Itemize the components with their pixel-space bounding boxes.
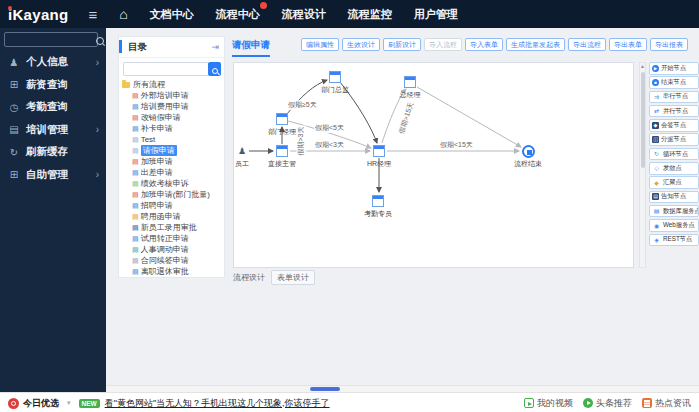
tree-item-加班申请[interactable]: ▤加班申请 <box>119 156 226 167</box>
palette-item-REST节点[interactable]: ◈REST节点 <box>649 234 699 247</box>
flow-node-dept-mgr[interactable] <box>276 113 288 125</box>
nav-item-用户管理[interactable]: 用户管理 <box>414 7 458 22</box>
document-icon: ▤ <box>132 103 139 111</box>
toolbar-button-导出报表[interactable]: 导出报表 <box>650 38 688 51</box>
palette-item-label: 分派节点 <box>661 135 686 144</box>
horizontal-scrollbar[interactable] <box>106 385 699 392</box>
home-icon[interactable]: ⌂ <box>119 6 127 22</box>
flow-node-dept-director[interactable] <box>329 71 341 83</box>
toolbar-button-刷新设计[interactable]: 刷新设计 <box>383 38 421 51</box>
tree-item-加班申请(部门批量)[interactable]: ▤加班申请(部门批量) <box>119 189 226 200</box>
countersign-node-icon: ◆ <box>652 122 659 129</box>
nav-item-流程中心[interactable]: 流程中心 <box>216 7 260 22</box>
palette-item-label: 告知节点 <box>661 192 686 201</box>
palette-item-告知节点[interactable]: ▤告知节点 <box>649 191 699 204</box>
document-icon: ▤ <box>132 92 139 100</box>
tree-item-人事调动申请[interactable]: ▤人事调动申请 <box>119 244 226 255</box>
flow-node-end[interactable] <box>522 145 535 158</box>
tree-search-input[interactable] <box>123 62 209 76</box>
tree-item-出差申请[interactable]: ▤出差申请 <box>119 167 226 178</box>
toolbar-button-导出表单[interactable]: 导出表单 <box>609 38 647 51</box>
toolbar-button-生效设计[interactable]: 生效设计 <box>342 38 380 51</box>
palette-item-串行节点[interactable]: ⇉串行节点 <box>649 91 699 104</box>
tree-item-聘用函申请[interactable]: ▤聘用函申请 <box>119 211 226 222</box>
document-icon: ▤ <box>132 158 139 166</box>
palette-item-并行节点[interactable]: ⇄并行节点 <box>649 105 699 118</box>
flow-canvas[interactable]: 假期>3天假期≥5天假期<5天假期<3天假期>15天假期<15天♟员工直接主管部… <box>233 62 634 268</box>
sidebar-item-个人信息[interactable]: ♟个人信息› <box>0 52 106 72</box>
toolbar-button-导入流程: 导入流程 <box>424 38 462 51</box>
hamburger-menu-icon[interactable]: ≡ <box>88 6 97 23</box>
palette-item-label: Web服务点 <box>663 221 695 230</box>
tree-item-外部培训申请[interactable]: ▤外部培训申请 <box>119 90 226 101</box>
tree-item-合同续签申请[interactable]: ▤合同续签申请 <box>119 255 226 266</box>
flow-node-direct-mgr[interactable] <box>276 145 288 157</box>
palette-item-label: 数据库服务点 <box>663 207 699 216</box>
palette-item-会签节点[interactable]: ◆会签节点 <box>649 119 699 132</box>
palette-item-汇聚点[interactable]: ◆汇聚点 <box>649 176 699 189</box>
tree-item-招聘申请[interactable]: ▤招聘申请 <box>119 200 226 211</box>
tree-item-离职退休审批[interactable]: ▤离职退休审批 <box>119 266 226 277</box>
ticker-collapse-icon[interactable]: ▾ <box>67 399 71 407</box>
toolbar-button-生成批量发起表[interactable]: 生成批量发起表 <box>506 38 565 51</box>
tree-item-培训费用申请[interactable]: ▤培训费用申请 <box>119 101 226 112</box>
hscrollbar-thumb[interactable] <box>310 387 340 391</box>
tree-root-node[interactable]: 所有流程 <box>119 79 226 90</box>
logo: iKayang <box>8 6 68 23</box>
scrollbar-thumb[interactable] <box>641 72 645 168</box>
palette-item-数据库服务点[interactable]: ▤数据库服务点 <box>649 205 699 218</box>
tree-item-补卡申请[interactable]: ▤补卡申请 <box>119 123 226 134</box>
nav-item-流程设计[interactable]: 流程设计 <box>282 7 326 22</box>
palette-item-开始节点[interactable]: ▶开始节点 <box>649 62 699 75</box>
news-headline-link[interactable]: 看"黄色网站"当无人知？手机出现这几个现象,你该停手了 <box>105 397 330 410</box>
document-icon: ▤ <box>132 202 139 210</box>
canvas-vertical-scrollbar[interactable]: ▲ <box>639 62 646 268</box>
nav-item-文档中心[interactable]: 文档中心 <box>150 7 194 22</box>
sidebar-item-刷新缓存[interactable]: ↻刷新缓存 <box>0 142 106 162</box>
chevron-right-icon: › <box>96 124 99 135</box>
ticker-link-热点资讯[interactable]: 热点资讯 <box>642 397 691 410</box>
toutiao-play-icon <box>583 398 593 408</box>
flow-node-employee[interactable]: ♟ <box>236 145 248 157</box>
bottom-tab-表单设计[interactable]: 表单设计 <box>271 270 315 285</box>
nav-item-流程监控[interactable]: 流程监控 <box>348 7 392 22</box>
document-icon: ▤ <box>132 257 139 265</box>
flow-node-label: 部门总监 <box>305 85 365 95</box>
collapse-panel-icon[interactable]: ⇥ <box>211 42 219 52</box>
scroll-up-icon[interactable]: ▲ <box>640 63 645 70</box>
tree-item-新员工录用审批[interactable]: ▤新员工录用审批 <box>119 222 226 233</box>
tree-item-绩效考核申诉[interactable]: ▤绩效考核申诉 <box>119 178 226 189</box>
sidebar-item-考勤查询[interactable]: ◷考勤查询 <box>0 97 106 117</box>
tree-item-试用转正申请[interactable]: ▤试用转正申请 <box>119 233 226 244</box>
sidebar-search-icon[interactable] <box>96 35 104 47</box>
ticker-link-头条推荐[interactable]: 头条推荐 <box>583 397 632 410</box>
tree-item-Test[interactable]: ▤Test <box>119 134 226 145</box>
tab-current-process[interactable]: 请假申请 <box>232 39 270 57</box>
tree-search-button[interactable] <box>208 62 221 76</box>
palette-item-循环节点[interactable]: ↻循环节点 <box>649 148 699 161</box>
sidebar-item-薪资查询[interactable]: ⊞薪资查询 <box>0 75 106 95</box>
toolbar-button-导入表单[interactable]: 导入表单 <box>465 38 503 51</box>
flow-node-hr-mgr[interactable] <box>373 145 385 157</box>
parallel-node-icon: ⇄ <box>652 107 661 115</box>
bottom-tab-流程设计[interactable]: 流程设计 <box>233 272 265 283</box>
palette-item-发散点[interactable]: ◇发散点 <box>649 162 699 175</box>
ticker-link-我的视频[interactable]: 我的视频 <box>524 397 573 410</box>
sidebar-item-培训管理[interactable]: ▤培训管理› <box>0 120 106 140</box>
tree-item-label: 出差申请 <box>141 167 173 178</box>
tree-item-改销假申请[interactable]: ▤改销假申请 <box>119 112 226 123</box>
toolbar-button-导出流程[interactable]: 导出流程 <box>568 38 606 51</box>
flow-node-gm[interactable] <box>404 76 416 88</box>
document-icon: ▤ <box>132 235 139 243</box>
toolbar-button-编辑属性[interactable]: 编辑属性 <box>301 38 339 51</box>
palette-item-分派节点[interactable]: ◫分派节点 <box>649 133 699 146</box>
today-picks-label[interactable]: 今日优选 <box>23 397 59 410</box>
sidebar-item-自助管理[interactable]: ⊞自助管理› <box>0 165 106 185</box>
flow-node-attendance[interactable] <box>372 195 384 207</box>
salary-grid-icon: ⊞ <box>8 79 20 90</box>
chevron-right-icon: › <box>96 57 99 68</box>
tree-item-请假申请[interactable]: ▤请假申请 <box>119 145 226 156</box>
palette-item-结束节点[interactable]: ■结束节点 <box>649 76 699 89</box>
palette-item-Web服务点[interactable]: ◉Web服务点 <box>649 219 699 232</box>
sidebar-search-input[interactable] <box>4 32 98 47</box>
